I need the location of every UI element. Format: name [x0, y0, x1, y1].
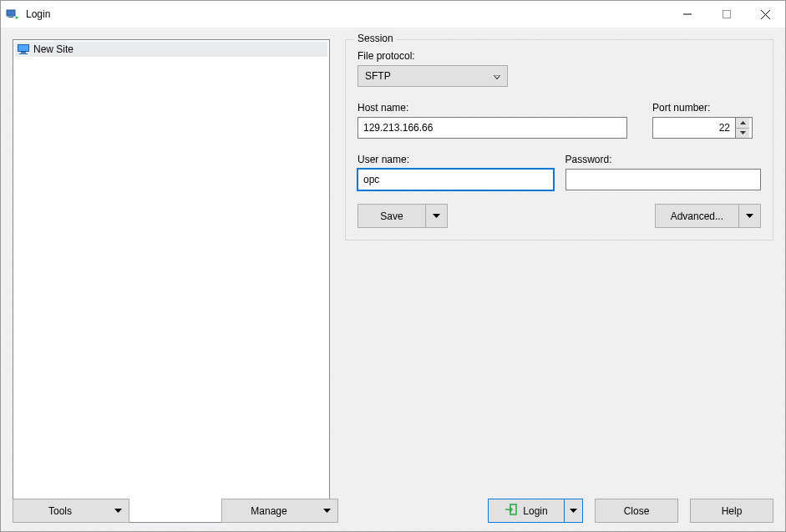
file-protocol-label: File protocol:	[358, 50, 761, 62]
svg-rect-0	[7, 10, 15, 16]
login-dropdown-arrow[interactable]	[564, 499, 582, 522]
close-button-label: Close	[624, 505, 650, 517]
save-dropdown-arrow[interactable]	[425, 205, 447, 227]
session-legend: Session	[354, 33, 397, 44]
tools-button[interactable]: Tools	[13, 499, 129, 523]
username-input[interactable]	[358, 169, 554, 190]
file-protocol-select[interactable]: SFTP	[358, 65, 508, 87]
session-fieldset: Session File protocol: SFTP Host name: P…	[345, 39, 773, 241]
content-area: New Site Session File protocol: SFTP Hos…	[1, 28, 785, 531]
session-panel: Session File protocol: SFTP Host name: P…	[345, 39, 773, 523]
maximize-button[interactable]	[707, 1, 746, 28]
port-number-input[interactable]	[653, 118, 735, 138]
monitor-icon	[17, 43, 30, 56]
advanced-dropdown-arrow[interactable]	[738, 205, 760, 227]
sites-panel: New Site	[13, 39, 330, 523]
login-button-label: Login	[523, 505, 547, 517]
file-protocol-value: SFTP	[365, 70, 391, 82]
window-title: Login	[26, 8, 50, 20]
save-button[interactable]: Save	[358, 204, 448, 228]
svg-rect-7	[21, 52, 26, 53]
password-input[interactable]	[565, 169, 762, 190]
site-item-new-site[interactable]: New Site	[15, 42, 327, 57]
advanced-button[interactable]: Advanced...	[655, 204, 761, 228]
app-icon	[6, 8, 19, 21]
port-step-down[interactable]	[736, 129, 749, 139]
titlebar: Login	[1, 1, 785, 28]
svg-rect-3	[723, 11, 730, 18]
help-button[interactable]: Help	[690, 499, 773, 523]
left-toolbar: Tools Manage	[13, 499, 338, 523]
host-name-input[interactable]	[358, 117, 627, 139]
tools-button-label: Tools	[13, 499, 107, 522]
login-button[interactable]: Login	[488, 499, 583, 523]
svg-rect-1	[8, 17, 13, 18]
manage-button[interactable]: Manage	[221, 499, 338, 523]
help-button-label: Help	[722, 505, 743, 517]
password-label: Password:	[565, 154, 762, 165]
host-name-label: Host name:	[358, 102, 627, 114]
svg-rect-6	[18, 45, 29, 52]
chevron-down-icon	[494, 70, 500, 82]
tools-dropdown-arrow[interactable]	[107, 499, 129, 522]
close-button[interactable]: Close	[595, 499, 678, 523]
port-number-label: Port number:	[652, 102, 761, 114]
port-step-up[interactable]	[736, 118, 749, 129]
site-item-label: New Site	[33, 43, 74, 55]
login-dialog: Login	[0, 0, 786, 532]
username-label: User name:	[358, 154, 554, 165]
save-button-label: Save	[358, 205, 425, 227]
manage-button-label: Manage	[222, 499, 316, 522]
dialog-footer: Login Close Help	[332, 499, 773, 523]
close-window-button[interactable]	[746, 1, 785, 28]
port-number-stepper[interactable]	[652, 117, 753, 139]
advanced-button-label: Advanced...	[656, 205, 738, 227]
login-icon	[505, 503, 518, 519]
minimize-button[interactable]	[667, 1, 707, 28]
window-controls	[667, 1, 785, 28]
svg-rect-8	[19, 53, 28, 54]
sites-tree[interactable]: New Site	[13, 39, 330, 523]
